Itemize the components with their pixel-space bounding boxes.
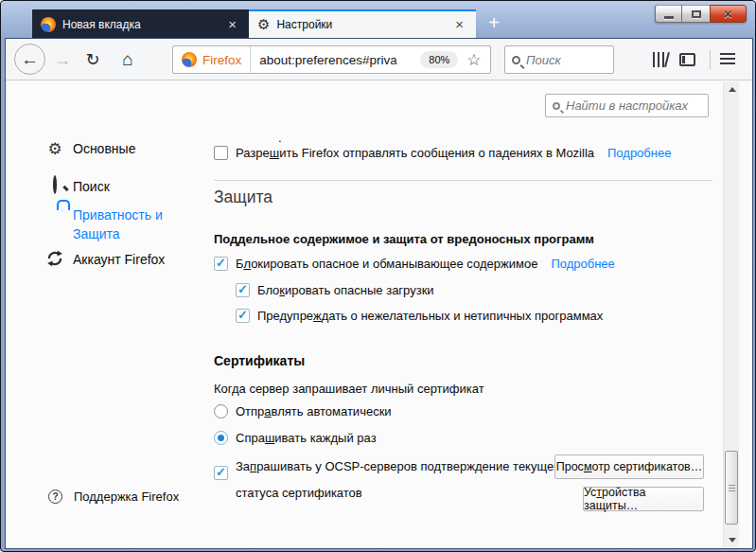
learn-more-link[interactable]: Подробнее xyxy=(551,257,614,271)
find-icon xyxy=(553,102,560,110)
sidebar-item-firefox-account[interactable]: Аккаунт Firefox xyxy=(45,250,165,270)
check-icon: ✓ xyxy=(237,282,248,296)
firefox-support-link[interactable]: ? Поддержка Firefox xyxy=(48,490,179,504)
crash-reports-checkbox[interactable] xyxy=(214,146,228,160)
browser-content-frame: ← → ↻ ⌂ Firefox about:preferences#priva … xyxy=(6,39,752,548)
firefox-icon xyxy=(41,17,56,32)
sidebar-toggle-button[interactable] xyxy=(679,53,695,66)
firefox-icon xyxy=(182,52,197,67)
tab-new-tab[interactable]: Новая вкладка × xyxy=(32,9,249,39)
send-cert-auto-row: Отправлять автоматически xyxy=(214,404,392,418)
tab-close-icon[interactable]: × xyxy=(451,16,467,32)
ask-every-time-row: Спрашивать каждый раз xyxy=(214,431,377,445)
bookmark-star-icon[interactable]: ☆ xyxy=(466,50,481,70)
new-tab-button[interactable]: + xyxy=(482,11,506,36)
find-in-settings-input[interactable] xyxy=(566,98,701,113)
urlbar-separator xyxy=(250,46,251,74)
arrow-down-icon xyxy=(729,538,736,543)
block-dangerous-content-label: Блокировать опасное и обманывающее содер… xyxy=(236,257,537,271)
view-certificates-button-label: Просмотр сертификатов… xyxy=(556,460,703,473)
search-input[interactable] xyxy=(526,53,607,67)
warn-unwanted-programs-checkbox[interactable]: ✓ xyxy=(236,309,250,323)
block-dangerous-content-row: ✓ Блокировать опасное и обманывающее сод… xyxy=(214,257,615,271)
send-cert-auto-label: Отправлять автоматически xyxy=(236,404,392,418)
browser-window: × Новая вкладка × ⚙ Настройки × + ← → ↻ … xyxy=(0,0,756,552)
certificates-section-header: Сертификаты xyxy=(214,353,305,368)
security-devices-button[interactable]: Устройства защиты… xyxy=(583,487,704,511)
sidebar-item-general[interactable]: ⚙ Основные xyxy=(45,139,135,159)
window-controls: × xyxy=(655,5,747,23)
check-icon: ✓ xyxy=(237,308,248,322)
block-dangerous-downloads-label: Блокировать опасные загрузки xyxy=(257,283,434,297)
security-section-header: Защита xyxy=(214,187,273,207)
back-button[interactable]: ← xyxy=(14,44,45,75)
section-divider xyxy=(214,180,712,181)
ocsp-query-checkbox[interactable]: ✓ xyxy=(214,466,228,480)
forward-icon: → xyxy=(54,50,71,69)
reload-icon: ↻ xyxy=(85,50,99,69)
arrow-up-icon xyxy=(729,87,736,92)
warn-unwanted-programs-row: ✓ Предупреждать о нежелательных и нетипи… xyxy=(236,309,603,323)
tab-settings[interactable]: ⚙ Настройки × xyxy=(249,9,476,39)
back-icon: ← xyxy=(21,49,39,69)
view-certificates-button[interactable]: Просмотр сертификатов… xyxy=(554,454,704,479)
search-icon xyxy=(45,177,64,192)
tab-title: Настройки xyxy=(276,18,451,31)
home-icon: ⌂ xyxy=(122,49,132,69)
gear-icon: ⚙ xyxy=(257,17,270,31)
block-dangerous-downloads-row: ✓ Блокировать опасные загрузки xyxy=(236,283,434,297)
scroll-up-button[interactable] xyxy=(724,81,740,97)
learn-more-link[interactable]: Подробнее xyxy=(607,146,671,160)
home-button[interactable]: ⌂ xyxy=(116,47,139,72)
reload-button[interactable]: ↻ xyxy=(81,47,104,72)
url-bar[interactable]: Firefox about:preferences#priva 80% ☆ xyxy=(172,45,491,74)
sidebar-item-privacy-security[interactable]: Приватность и Защита xyxy=(45,205,171,243)
ask-every-time-label: Спрашивать каждый раз xyxy=(236,431,377,445)
warn-unwanted-programs-label: Предупреждать о нежелательных и нетипичн… xyxy=(257,309,603,323)
vertical-scrollbar[interactable] xyxy=(723,81,739,547)
tab-close-icon[interactable]: × xyxy=(224,16,240,32)
toolbar-separator xyxy=(710,50,711,69)
scroll-down-button[interactable] xyxy=(724,532,740,547)
security-devices-button-label: Устройства защиты… xyxy=(584,486,703,512)
close-icon: × xyxy=(724,6,732,22)
ocsp-query-label: Запрашивать у OCSP-серверов подтверждени… xyxy=(236,454,569,507)
block-dangerous-content-checkbox[interactable]: ✓ xyxy=(214,257,228,271)
crash-reports-row: Разрешить Firefox отправлять сообщения о… xyxy=(214,146,671,160)
send-cert-auto-radio[interactable] xyxy=(214,404,228,418)
navigation-toolbar: ← → ↻ ⌂ Firefox about:preferences#priva … xyxy=(6,39,752,80)
menu-button[interactable] xyxy=(720,53,735,65)
check-icon: ✓ xyxy=(216,256,226,270)
check-icon: ✓ xyxy=(216,465,226,479)
site-identity-label: Firefox xyxy=(202,53,241,67)
tab-strip: Новая вкладка × ⚙ Настройки × xyxy=(32,9,476,39)
search-icon xyxy=(512,56,520,64)
sync-icon xyxy=(45,250,64,270)
ocsp-query-row: ✓ Запрашивать у OCSP-серверов подтвержде… xyxy=(214,454,569,507)
certificates-description: Когда сервер запрашивает личный сертифик… xyxy=(214,382,484,396)
gear-icon: ⚙ xyxy=(45,139,64,159)
clipped-text-fragment: . xyxy=(278,131,282,145)
sidebar-item-search[interactable]: Поиск xyxy=(45,177,110,196)
search-bar[interactable] xyxy=(504,45,614,74)
zoom-level-badge[interactable]: 80% xyxy=(420,51,458,68)
url-text[interactable]: about:preferences#priva xyxy=(259,53,418,67)
library-button[interactable] xyxy=(652,52,669,67)
forward-button[interactable]: → xyxy=(51,47,74,72)
crash-reports-label: Разрешить Firefox отправлять сообщения о… xyxy=(236,146,594,160)
minimize-icon xyxy=(664,16,674,19)
minimize-button[interactable] xyxy=(655,5,682,23)
site-identity-chip[interactable]: Firefox xyxy=(173,52,250,67)
block-dangerous-downloads-checkbox[interactable]: ✓ xyxy=(236,283,250,297)
settings-page: ⚙ Основные Поиск Приватность и Защита xyxy=(6,81,752,548)
close-button[interactable]: × xyxy=(710,5,747,23)
ask-every-time-radio[interactable] xyxy=(214,431,228,445)
maximize-icon xyxy=(692,10,701,18)
deceptive-content-header: Поддельное содержимое и защита от вредон… xyxy=(214,232,594,246)
help-icon: ? xyxy=(48,490,62,504)
tab-title: Новая вкладка xyxy=(62,18,224,31)
find-in-settings-box[interactable] xyxy=(545,94,709,117)
scrollbar-thumb[interactable] xyxy=(725,451,738,525)
maximize-button[interactable] xyxy=(682,5,710,23)
